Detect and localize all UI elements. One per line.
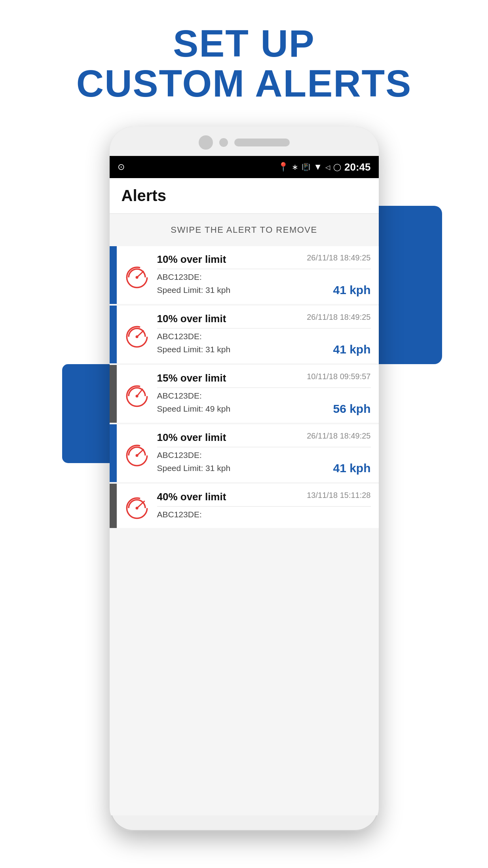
alert-body-1: 10% over limit 26/11/18 18:49:25 ABC123D… <box>157 246 379 304</box>
phone-speaker <box>234 139 290 146</box>
page-title: SET UP CUSTOM ALERTS <box>0 24 488 104</box>
alert-speed-value-2: 41 kph <box>333 343 370 356</box>
app-content: Alerts SWIPE THE ALERT TO REMOVE <box>110 178 379 815</box>
page-title-section: SET UP CUSTOM ALERTS <box>0 0 488 116</box>
alert-title-5: 40% over limit <box>157 491 226 503</box>
phone-top-hardware <box>110 127 379 156</box>
bluetooth-icon: ∗ <box>292 162 298 172</box>
svg-point-11 <box>135 454 138 457</box>
speedometer-icon <box>123 380 151 408</box>
signal-icon: ◁ <box>325 163 330 171</box>
alert-divider-3 <box>157 387 371 388</box>
alert-icon-2 <box>117 306 157 363</box>
alert-divider-5 <box>157 506 371 507</box>
alert-speed-limit-1: Speed Limit: 31 kph <box>157 285 231 295</box>
alert-sidebar-2 <box>110 306 117 363</box>
status-time: 20:45 <box>344 161 371 173</box>
alert-sidebar-5 <box>110 484 117 528</box>
alert-speed-value-3: 56 kph <box>333 402 370 416</box>
alert-top-row-4: 10% over limit 26/11/18 18:49:25 <box>157 431 371 444</box>
speedometer-icon <box>123 439 151 467</box>
alert-title-2: 10% over limit <box>157 313 226 325</box>
alert-item[interactable]: 15% over limit 10/11/18 09:59:57 ABC123D… <box>110 365 379 423</box>
alert-speed-limit-4: Speed Limit: 31 kph <box>157 463 231 473</box>
status-right-icons: 📍 ∗ 📳 ▼ ◁ ◯ 20:45 <box>278 161 370 173</box>
alert-timestamp-5: 13/11/18 15:11:28 <box>307 491 370 500</box>
alert-timestamp-1: 26/11/18 18:49:25 <box>307 253 370 262</box>
alert-body-3: 15% over limit 10/11/18 09:59:57 ABC123D… <box>157 365 379 423</box>
alert-divider-1 <box>157 269 371 269</box>
alert-vehicle-4: ABC123DE: <box>157 450 371 460</box>
alert-bottom-row-2: Speed Limit: 31 kph 41 kph <box>157 343 371 356</box>
alert-vehicle-3: ABC123DE: <box>157 391 371 401</box>
status-left-icons: ⊙ <box>118 162 125 172</box>
alarm-icon: ◯ <box>333 163 341 171</box>
phone-camera <box>199 135 213 150</box>
alert-item[interactable]: 10% over limit 26/11/18 18:49:25 ABC123D… <box>110 246 379 304</box>
alert-speed-limit-2: Speed Limit: 31 kph <box>157 345 231 354</box>
alert-body-4: 10% over limit 26/11/18 18:49:25 ABC123D… <box>157 424 379 482</box>
phone-sensor <box>219 138 228 147</box>
alert-vehicle-1: ABC123DE: <box>157 272 371 282</box>
alert-speed-value-1: 41 kph <box>333 283 370 297</box>
alert-top-row-3: 15% over limit 10/11/18 09:59:57 <box>157 372 371 384</box>
location-icon: 📍 <box>278 162 289 172</box>
alert-bottom-row-3: Speed Limit: 49 kph 56 kph <box>157 402 371 416</box>
alert-speed-limit-3: Speed Limit: 49 kph <box>157 404 231 414</box>
alert-title-4: 10% over limit <box>157 431 226 444</box>
target-icon: ⊙ <box>118 162 125 172</box>
alert-list: 10% over limit 26/11/18 18:49:25 ABC123D… <box>110 246 379 528</box>
alert-vehicle-5: ABC123DE: <box>157 510 371 519</box>
vibrate-icon: 📳 <box>302 163 310 171</box>
alert-body-2: 10% over limit 26/11/18 18:49:25 ABC123D… <box>157 306 379 363</box>
alert-item[interactable]: 40% over limit 13/11/18 15:11:28 ABC123D… <box>110 484 379 528</box>
alert-timestamp-3: 10/11/18 09:59:57 <box>307 372 370 381</box>
alert-vehicle-2: ABC123DE: <box>157 332 371 341</box>
speedometer-icon <box>123 492 151 520</box>
alert-title-3: 15% over limit <box>157 372 226 384</box>
wifi-icon: ▼ <box>313 162 322 172</box>
alert-top-row-5: 40% over limit 13/11/18 15:11:28 <box>157 491 371 503</box>
svg-point-14 <box>135 507 138 509</box>
alert-item[interactable]: 10% over limit 26/11/18 18:49:25 ABC123D… <box>110 306 379 363</box>
alert-bottom-row-1: Speed Limit: 31 kph 41 kph <box>157 283 371 297</box>
svg-point-8 <box>135 395 138 397</box>
alert-speed-value-4: 41 kph <box>333 462 370 475</box>
alert-icon-3 <box>117 365 157 423</box>
svg-point-2 <box>135 276 138 279</box>
svg-line-13 <box>137 501 144 508</box>
phone-wrapper: ⊙ 📍 ∗ 📳 ▼ ◁ ◯ 20:45 Alerts SWIPE THE ALE… <box>94 127 395 847</box>
alert-body-5: 40% over limit 13/11/18 15:11:28 ABC123D… <box>157 484 379 528</box>
alert-title-1: 10% over limit <box>157 253 226 266</box>
app-header: Alerts <box>110 178 379 214</box>
alert-icon-4 <box>117 424 157 482</box>
alert-timestamp-4: 26/11/18 18:49:25 <box>307 431 370 441</box>
phone-frame: ⊙ 📍 ∗ 📳 ▼ ◁ ◯ 20:45 Alerts SWIPE THE ALE… <box>110 127 379 831</box>
alert-top-row-2: 10% over limit 26/11/18 18:49:25 <box>157 313 371 325</box>
alert-sidebar-3 <box>110 365 117 423</box>
speedometer-icon <box>123 321 151 348</box>
alert-sidebar-1 <box>110 246 117 304</box>
alert-bottom-row-4: Speed Limit: 31 kph 41 kph <box>157 462 371 475</box>
alert-divider-2 <box>157 328 371 329</box>
alert-top-row-1: 10% over limit 26/11/18 18:49:25 <box>157 253 371 266</box>
swipe-hint: SWIPE THE ALERT TO REMOVE <box>110 214 379 246</box>
alert-icon-5 <box>117 484 157 528</box>
status-bar: ⊙ 📍 ∗ 📳 ▼ ◁ ◯ 20:45 <box>110 156 379 178</box>
alert-sidebar-4 <box>110 424 117 482</box>
speedometer-icon <box>123 261 151 289</box>
alert-item[interactable]: 10% over limit 26/11/18 18:49:25 ABC123D… <box>110 424 379 482</box>
alert-timestamp-2: 26/11/18 18:49:25 <box>307 313 370 322</box>
alert-icon-1 <box>117 246 157 304</box>
svg-point-5 <box>135 335 138 338</box>
alert-divider-4 <box>157 447 371 447</box>
app-header-title: Alerts <box>122 187 367 205</box>
